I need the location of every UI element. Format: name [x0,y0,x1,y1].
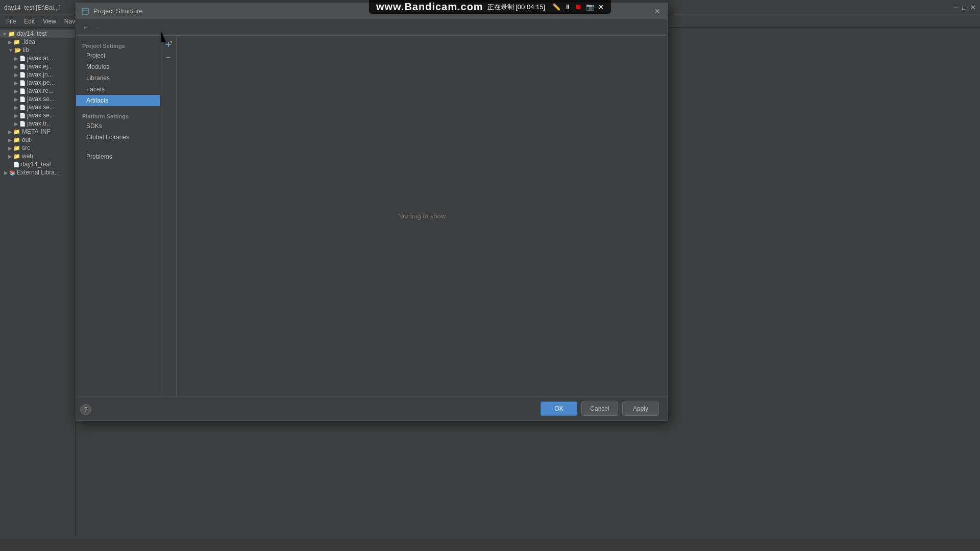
tree-item-out-label: out [22,136,31,143]
dialog-top-toolbar: ← → [76,19,667,36]
tree-item-web-label: web [22,153,33,160]
tree-item-day14[interactable]: ▶ 📄 day14_test [0,160,75,168]
recording-pause-icon: ⏸ [565,3,571,11]
tree-item-jar8-label: javax.se... [27,112,55,119]
close-window-icon[interactable]: ✕ [970,4,976,11]
recording-watermark: www.Bandicam.com [376,1,483,13]
recording-pen-icon: ✏️ [552,3,560,11]
recording-camera-icon: 📷 [586,3,594,11]
nav-item-problems[interactable]: Problems [76,151,160,162]
tree-item-jar9[interactable]: ▶ 📄 javax.tr... [0,119,75,128]
tree-item-idea[interactable]: ▶ 📁 .idea [0,38,75,46]
tree-root-label: day14_test [17,30,47,37]
tree-item-web[interactable]: ▶ 📁 web [0,152,75,160]
nav-item-libraries[interactable]: Libraries [76,72,160,84]
tree-item-jar9-label: javax.tr... [27,120,52,127]
recording-stop-icon: ⏹ [575,3,582,11]
menu-edit[interactable]: Edit [20,18,39,25]
dialog-content-area: Nothing to show [177,36,667,396]
tree-item-jar7[interactable]: ▶ 📄 javax.se... [0,103,75,111]
tree-item-jar3[interactable]: ▶ 📄 javax.jn... [0,70,75,79]
menu-view[interactable]: View [39,18,60,25]
tree-item-meta-label: META-INF [22,128,51,135]
tree-item-lib-label: lib [23,46,29,54]
tree-item-day14-label: day14_test [21,161,51,168]
tree-root[interactable]: ▼ 📁 day14_test [0,30,75,38]
dialog-side-toolbar: − [160,36,177,396]
tree-item-jar2-label: javax.ej... [27,63,53,70]
tree-item-extlib-label: External Libra... [17,169,60,176]
maximize-icon[interactable]: □ [962,4,966,11]
project-structure-dialog: Project Structure ✕ ← → Project Settings… [76,3,668,421]
file-tree: ▼ 📁 day14_test ▶ 📁 .idea ▼ 📂 lib ▶ 📄 jav… [0,28,76,536]
cancel-button[interactable]: Cancel [581,402,618,416]
dialog-icon [81,7,89,15]
tree-item-jar7-label: javax.se... [27,104,55,111]
tree-item-extlib[interactable]: ▶ 📚 External Libra... [0,168,75,177]
svg-rect-0 [82,8,88,14]
nav-item-sdks[interactable]: SDKs [76,120,160,132]
nav-forward-button[interactable]: → [91,22,103,33]
tree-item-src[interactable]: ▶ 📁 src [0,144,75,152]
nav-item-global-libraries[interactable]: Global Libraries [76,132,160,143]
minimize-icon[interactable]: ─ [953,4,958,11]
tree-item-jar1[interactable]: ▶ 📄 javax.ar... [0,54,75,62]
recording-time: 正在录制 [00:04:15] [487,3,545,12]
tree-item-meta[interactable]: ▶ 📁 META-INF [0,128,75,136]
ok-button[interactable]: OK [541,402,577,416]
svg-marker-2 [170,41,172,43]
tree-item-jar6-label: javax.se... [27,95,55,103]
remove-artifact-button[interactable]: − [162,52,175,64]
nothing-to-show-label: Nothing to show [398,212,446,220]
tree-item-jar5-label: javax.re... [27,87,54,94]
project-settings-label: Project Settings [76,40,160,50]
nav-back-button[interactable]: ← [80,22,91,33]
platform-settings-label: Platform Settings [76,110,160,120]
dialog-footer: ? OK Cancel Apply [76,396,667,420]
tree-item-idea-label: .idea [22,38,35,45]
tree-item-lib[interactable]: ▼ 📂 lib [0,46,75,54]
apply-button[interactable]: Apply [622,402,659,416]
tree-item-jar3-label: javax.jn... [27,71,53,78]
tree-item-jar5[interactable]: ▶ 📄 javax.re... [0,87,75,95]
help-button[interactable]: ? [80,404,91,415]
tree-item-out[interactable]: ▶ 📁 out [0,136,75,144]
tree-item-jar4[interactable]: ▶ 📄 javax.pe... [0,79,75,87]
menu-file[interactable]: File [2,18,20,25]
dialog-nav: Project Settings Project Modules Librari… [76,36,160,396]
add-artifact-button[interactable] [162,38,175,51]
recording-close-icon: ✕ [598,3,604,11]
status-bar [0,539,980,551]
nav-item-facets[interactable]: Facets [76,84,160,95]
dialog-body: Project Settings Project Modules Librari… [76,36,667,396]
recording-bar: www.Bandicam.com 正在录制 [00:04:15] ✏️ ⏸ ⏹ … [369,0,611,14]
nav-item-artifacts[interactable]: Artifacts [76,95,160,106]
nav-item-modules[interactable]: Modules [76,61,160,72]
minus-icon: − [166,53,170,62]
nav-item-project[interactable]: Project [76,50,160,61]
tree-item-jar8[interactable]: ▶ 📄 javax.se... [0,111,75,119]
ide-title: day14_test [E:\Bai...] [4,4,61,11]
tree-item-jar4-label: javax.pe... [27,79,55,86]
tree-item-jar6[interactable]: ▶ 📄 javax.se... [0,95,75,103]
dialog-close-button[interactable]: ✕ [653,7,662,16]
tree-item-src-label: src [22,144,30,152]
tree-item-jar1-label: javax.ar... [27,55,53,62]
tree-item-jar2[interactable]: ▶ 📄 javax.ej... [0,62,75,70]
